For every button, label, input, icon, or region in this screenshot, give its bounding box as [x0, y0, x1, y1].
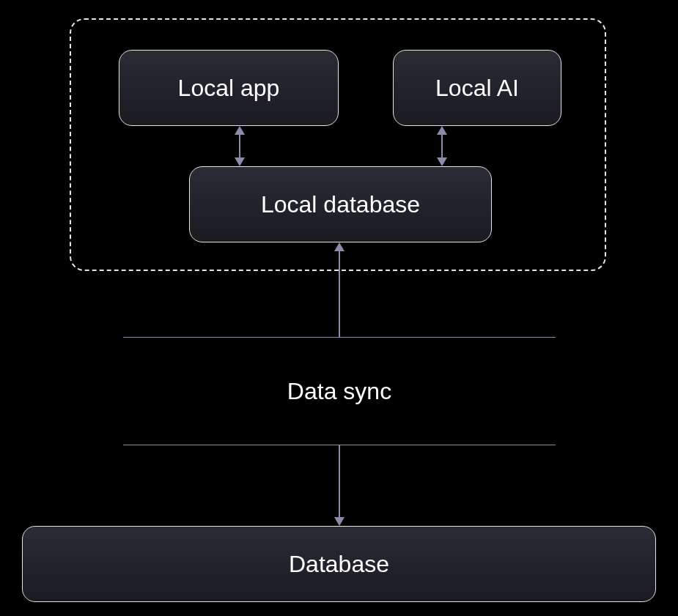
arrow-line — [239, 132, 240, 160]
local-ai-box: Local AI — [393, 50, 561, 126]
divider-line — [123, 337, 556, 338]
arrow-line — [339, 445, 340, 519]
database-box: Database — [22, 526, 656, 602]
data-sync-label: Data sync — [287, 378, 391, 405]
arrow-line — [339, 250, 340, 337]
arrow-local-ai-to-local-db — [437, 126, 447, 166]
arrow-local-db-to-sync — [334, 242, 344, 337]
local-ai-label: Local AI — [435, 75, 519, 102]
local-database-box: Local database — [189, 166, 492, 242]
data-sync-section: Data sync — [123, 337, 556, 445]
arrow-down-icon — [235, 157, 245, 166]
local-app-box: Local app — [119, 50, 339, 126]
arrow-down-icon — [334, 517, 344, 526]
arrow-line — [441, 132, 443, 160]
local-app-label: Local app — [178, 75, 280, 102]
local-database-label: Local database — [261, 191, 420, 218]
arrow-sync-to-database — [334, 445, 344, 526]
arrow-local-app-to-local-db — [235, 126, 245, 166]
database-label: Database — [289, 551, 389, 578]
arrow-down-icon — [437, 157, 447, 166]
